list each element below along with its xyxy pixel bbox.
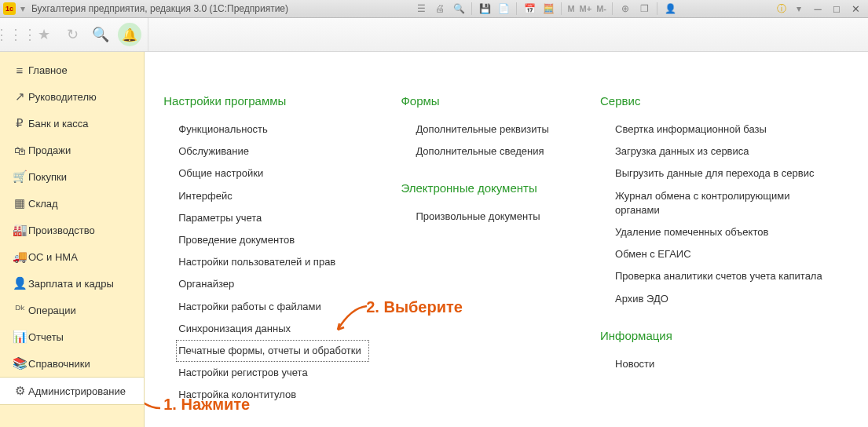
sidebar-item-bank[interactable]: ₽Банк и касса [0,110,144,137]
sidebar-item-label: Отчеты [28,331,64,343]
sidebar-item-catalogs[interactable]: 📚Справочники [0,350,144,377]
settings-list: ФункциональностьОбслуживаниеОбщие настро… [176,119,369,406]
sidebar-item-label: Склад [28,198,58,210]
sidebar-item-sales[interactable]: 🛍Продажи [0,137,144,163]
toolstrip-divider [148,18,148,51]
list-item[interactable]: Настройки пользователей и прав [176,251,369,273]
sidebar-item-main[interactable]: ≡Главное [0,57,144,83]
list-item[interactable]: Архив ЭДО [613,288,837,310]
forms-list: Дополнительные реквизитыДополнительные с… [413,119,569,162]
production-icon: 🏭 [11,223,28,237]
list-item[interactable]: Синхронизация данных [176,318,369,340]
sidebar-item-purchases[interactable]: 🛒Покупки [0,163,144,190]
bank-icon: ₽ [11,116,28,130]
edocs-list: Произвольные документы [413,206,569,228]
app-logo-1c-icon: 1c [3,2,16,15]
list-item[interactable]: Параметры учета [176,207,369,229]
top-toolstrip: ⋮⋮⋮ ★ ↻ 🔍 🔔 [0,18,868,52]
annotation-arrow-1-icon [145,385,164,416]
sidebar-item-hr[interactable]: 👤Зарплата и кадры [0,270,144,297]
sidebar-item-label: Производство [28,224,95,236]
content-area: Настройки программы ФункциональностьОбсл… [145,52,868,427]
operations-icon: ᴰᵏ [11,303,28,317]
list-item[interactable]: Произвольные документы [413,206,569,228]
memory-mplus-button[interactable]: M+ [578,2,594,16]
list-item[interactable]: Проведение документов [176,229,369,251]
apps-grid-icon[interactable]: ⋮⋮⋮ [5,24,27,46]
list-item[interactable]: Печатные формы, отчеты и обработки [176,340,369,362]
sidebar-item-label: Продажи [28,144,71,156]
list-item[interactable]: Дополнительные реквизиты [413,119,569,141]
service-list: Свертка информационной базыЗагрузка данн… [613,119,837,310]
maximize-button[interactable]: □ [829,2,844,15]
sidebar-item-production[interactable]: 🏭Производство [0,217,144,243]
save-icon[interactable]: 💾 [476,2,493,16]
list-item[interactable]: Органайзер [176,273,369,295]
windows-icon[interactable]: ❐ [635,2,653,16]
list-item[interactable]: Общие настройки [176,162,369,184]
catalogs-icon: 📚 [11,356,28,370]
calendar-icon[interactable]: 📅 [521,2,538,16]
sidebar-item-manager[interactable]: ↗Руководителю [0,83,144,110]
list-item[interactable]: Обслуживание [176,141,369,162]
memory-mminus-button[interactable]: M- [595,2,608,16]
list-item[interactable]: Функциональность [176,119,369,141]
list-item[interactable]: Интерфейс [176,185,369,207]
manager-icon: ↗ [11,89,28,104]
sidebar-item-operations[interactable]: ᴰᵏОперации [0,297,144,323]
administration-icon: ⚙ [11,384,28,398]
sidebar-item-label: Главное [28,64,68,76]
reports-icon: 📊 [11,330,28,344]
memory-m-button[interactable]: M [566,2,576,16]
list-item[interactable]: Дополнительные сведения [413,141,569,162]
sidebar-item-label: Руководителю [28,91,97,103]
list-item[interactable]: Проверка аналитики счетов учета капитала [613,265,837,287]
list-item[interactable]: Журнал обмена с контролирующими органами [613,185,837,221]
list-item[interactable]: Загрузка данных из сервиса [613,141,837,162]
history-icon[interactable]: ↻ [61,24,83,46]
info-dropdown-icon[interactable]: ▾ [790,2,808,16]
section-title-settings: Настройки программы [163,94,369,108]
search-icon[interactable]: 🔍 [90,24,112,46]
list-item[interactable]: Настройка колонтитулов [176,384,369,406]
minimize-button[interactable]: ─ [810,2,826,15]
list-item[interactable]: Удаление помеченных объектов [613,221,837,243]
sidebar-item-label: Зарплата и кадры [28,278,114,290]
list-item[interactable]: Новости [613,353,837,375]
copy-icon[interactable]: 📄 [495,2,512,16]
dropdown-icon[interactable]: ▾ [19,5,27,13]
close-button[interactable]: ✕ [848,2,863,15]
list-item[interactable]: Настройки работы с файлами [176,296,369,318]
nav-menu-icon[interactable]: ☰ [412,2,430,16]
purchases-icon: 🛒 [11,170,28,184]
sales-icon: 🛍 [11,144,28,157]
sidebar-item-reports[interactable]: 📊Отчеты [0,323,144,350]
sidebar-item-label: ОС и НМА [28,251,78,263]
section-title-edocs: Электронные документы [401,181,569,195]
list-item[interactable]: Свертка информационной базы [613,119,837,141]
sidebar-item-label: Администрирование [28,385,126,397]
sidebar-item-label: Покупки [28,171,67,183]
list-item[interactable]: Настройки регистров учета [176,362,369,384]
section-title-info: Информация [600,329,837,342]
favorite-star-icon[interactable]: ★ [33,24,55,46]
sidebar-item-administration[interactable]: ⚙Администрирование [0,377,144,405]
window-titlebar: 1c ▾ Бухгалтерия предприятия, редакция 3… [0,0,868,18]
print-icon[interactable]: 🖨 [431,2,449,16]
main-icon: ≡ [11,64,28,77]
section-title-forms: Формы [401,94,569,108]
info-list: Новости [613,353,837,375]
sidebar-item-inventory[interactable]: ▦Склад [0,190,144,217]
preview-icon[interactable]: 🔍 [450,2,467,16]
settings-column: Настройки программы ФункциональностьОбсл… [163,94,369,425]
user-icon[interactable]: 👤 [661,2,679,16]
sidebar-item-assets[interactable]: 🚚ОС и НМА [0,243,144,270]
notifications-bell-icon[interactable]: 🔔 [118,23,141,46]
calculator-icon[interactable]: 🧮 [540,2,557,16]
zoom-in-icon[interactable]: ⊕ [617,2,634,16]
info-icon[interactable]: ⓘ [775,2,789,16]
list-item[interactable]: Обмен с ЕГАИС [613,243,837,265]
service-column: Сервис Свертка информационной базыЗагруз… [600,94,837,394]
list-item[interactable]: Выгрузить данные для перехода в сервис [613,162,837,184]
assets-icon: 🚚 [11,250,28,264]
